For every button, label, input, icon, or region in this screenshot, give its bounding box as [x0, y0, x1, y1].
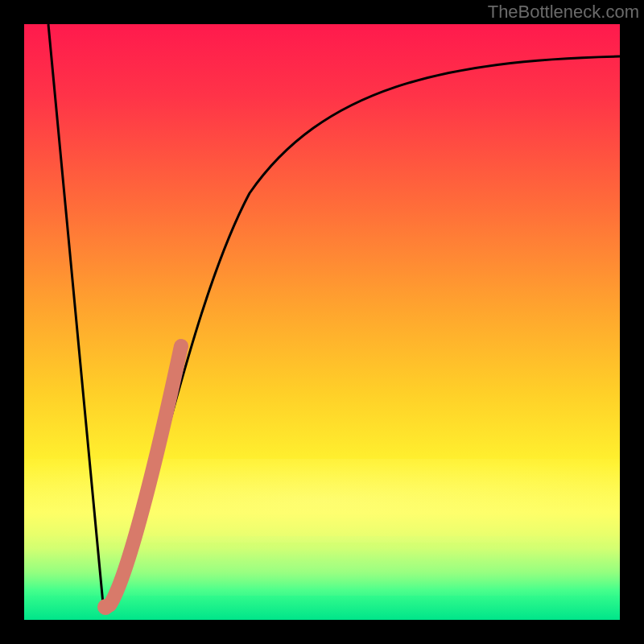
highlight-end-marker [97, 599, 114, 615]
highlight-segment [109, 346, 181, 605]
chart-frame: TheBottleneck.com [0, 0, 644, 644]
watermark-text: TheBottleneck.com [488, 2, 639, 23]
plot-area [24, 24, 620, 620]
curve-layer [24, 24, 620, 620]
